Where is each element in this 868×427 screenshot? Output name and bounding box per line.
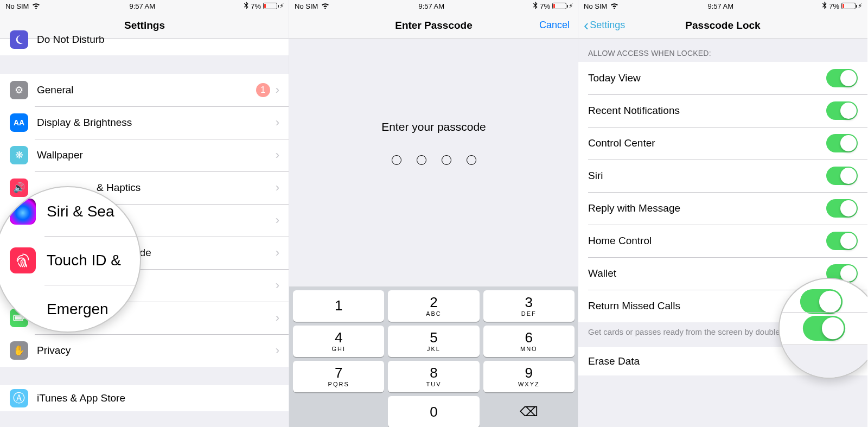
section-header: Allow Access When Locked: [578,39,867,62]
status-bar: No SIM 9:57 AM 7% ⚡︎ [289,0,578,12]
chevron-right-icon: › [276,213,279,227]
key-2[interactable]: 2ABC [388,290,479,322]
row-label: Do Not Disturb [37,34,279,46]
charging-icon: ⚡︎ [858,2,862,10]
carrier-label: No SIM [295,2,318,10]
backspace-icon: ⌫ [520,404,538,419]
fingerprint-icon [10,247,36,273]
status-bar: No SIM 9:57 AM 7% ⚡︎ [0,0,289,12]
row-control-center[interactable]: Control Center [578,127,867,160]
battery-pct-label: 7% [829,2,839,10]
battery-icon [841,3,856,9]
key-8[interactable]: 8TUV [388,361,479,392]
row-display[interactable]: AA Display & Brightness › [0,106,289,139]
toggle-switch-zoomed[interactable] [803,316,845,341]
row-label: Recent Notifications [588,105,826,117]
chevron-right-icon: › [276,148,279,162]
passcode-dot [417,155,426,165]
battery-icon [552,3,566,9]
appstore-icon: Ⓐ [10,389,28,407]
zoom-label: Touch ID & [47,252,121,269]
row-label: Wallet [588,267,826,279]
row-label: Display & Brightness [37,117,276,129]
row-label: Siri [588,170,826,182]
notification-badge: 1 [256,83,270,97]
chevron-right-icon: › [276,116,279,130]
charging-icon: ⚡︎ [569,2,573,10]
key-7[interactable]: 7PQRS [293,361,384,392]
key-9[interactable]: 9WXYZ [483,361,575,392]
moon-icon [10,30,28,49]
clock-label: 9:57 AM [707,2,733,10]
clock-label: 9:57 AM [129,2,155,10]
key-blank [293,396,384,427]
battery-icon [263,3,277,9]
hand-icon: ✋ [10,341,28,360]
toggle-switch-zoomed[interactable] [800,289,843,314]
screen-passcode-lock: No SIM 9:57 AM 7% ⚡︎ ‹ Settings Passcode… [578,0,867,427]
chevron-right-icon: › [276,311,279,325]
row-label: iTunes & App Store [37,392,279,404]
carrier-label: No SIM [5,2,29,10]
chevron-right-icon: › [276,246,279,260]
key-delete[interactable]: ⌫ [483,396,575,427]
chevron-right-icon: › [276,278,279,292]
row-wallpaper[interactable]: ❋ Wallpaper › [0,139,289,171]
key-3[interactable]: 3DEF [483,290,575,322]
row-label: General [37,84,256,96]
screen-settings: No SIM 9:57 AM 7% ⚡︎ Settings Do Not Dis… [0,0,289,427]
battery-pct-label: 7% [251,2,261,10]
wifi-icon [321,2,329,10]
passcode-dot [392,155,401,165]
row-recent-notifications[interactable]: Recent Notifications [578,94,867,127]
toggle-switch[interactable] [826,69,858,87]
battery-pct-label: 7% [540,2,550,10]
row-today-view[interactable]: Today View [578,62,867,94]
key-1[interactable]: 1 [293,290,384,322]
key-6[interactable]: 6MNO [483,326,575,357]
row-privacy[interactable]: ✋ Privacy › [0,334,289,367]
key-4[interactable]: 4GHI [293,326,384,357]
chevron-right-icon: › [276,343,279,358]
row-label: Privacy [37,345,276,356]
toggle-switch[interactable] [826,101,858,120]
nav-bar: ‹ Settings Passcode Lock [578,12,867,39]
toggle-switch[interactable] [826,134,858,152]
magnifier-settings-rows: Siri & Sea Touch ID & Emergen [0,186,141,333]
row-label: Control Center [588,137,826,149]
svg-rect-2 [15,316,22,320]
row-siri[interactable]: Siri [578,160,867,192]
toggle-switch[interactable] [826,167,858,185]
zoom-label: Siri & Sea [47,203,114,220]
row-home-control[interactable]: Home Control [578,225,867,257]
key-5[interactable]: 5JKL [388,326,479,357]
back-button[interactable]: ‹ Settings [584,20,625,31]
key-0[interactable]: 0 [388,396,479,427]
bluetooth-icon [533,2,538,11]
back-label: Settings [590,20,625,31]
wallpaper-icon: ❋ [10,146,28,164]
passcode-dot [442,155,451,165]
row-dnd[interactable]: Do Not Disturb [0,39,289,55]
chevron-right-icon: › [276,181,279,195]
bluetooth-icon [822,2,827,11]
row-general[interactable]: ⚙︎ General 1 › [0,74,289,106]
page-title: Enter Passcode [395,20,473,31]
cancel-button[interactable]: Cancel [539,20,570,31]
row-reply-with-message[interactable]: Reply with Message [578,192,867,225]
toggle-switch[interactable] [826,232,858,250]
sound-icon: 🔊 [10,179,28,197]
row-itunes[interactable]: Ⓐ iTunes & App Store [0,385,289,411]
zoom-row-touchid[interactable]: Touch ID & [0,236,140,285]
nav-bar: Enter Passcode Cancel [289,12,578,39]
wifi-icon [32,2,40,10]
row-label: Home Control [588,235,826,247]
gear-icon: ⚙︎ [10,81,28,99]
row-label: Wallpaper [37,149,276,161]
passcode-dot [467,155,476,165]
status-bar: No SIM 9:57 AM 7% ⚡︎ [578,0,867,12]
toggle-switch[interactable] [826,199,858,218]
bluetooth-icon [244,2,248,11]
row-label: Today View [588,72,826,84]
display-icon: AA [10,113,28,132]
